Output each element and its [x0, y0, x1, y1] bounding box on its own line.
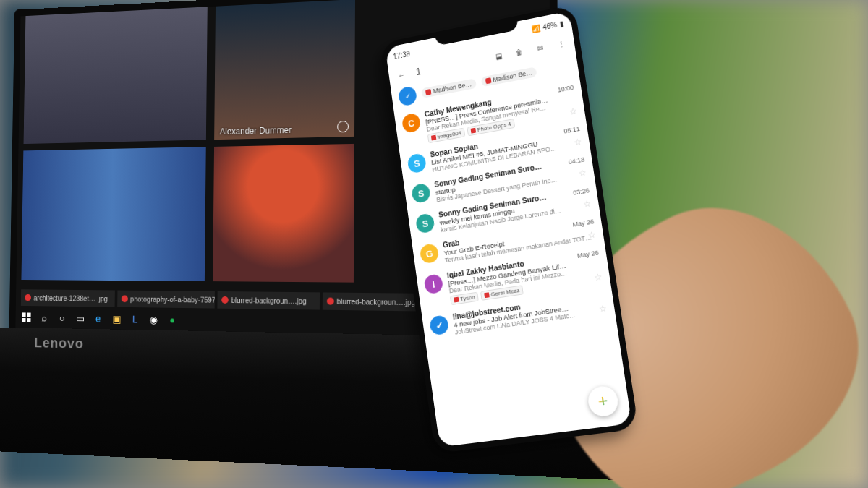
file-tab[interactable]: blurred-backgroun….jpg — [218, 291, 320, 310]
laptop-brand-label: Lenovo — [34, 335, 84, 351]
cortana-icon[interactable]: ○ — [54, 309, 70, 326]
star-icon[interactable]: ☆ — [593, 272, 603, 283]
svg-rect-0 — [22, 312, 25, 317]
taskview-icon[interactable]: ▭ — [72, 310, 89, 327]
signal-icon: 📶 — [531, 24, 540, 33]
chrome-icon[interactable]: ◉ — [145, 311, 162, 328]
file-tab[interactable]: photography-of-a-baby-759736/ — [117, 291, 215, 309]
svg-rect-1 — [27, 313, 30, 317]
selected-check-icon[interactable]: ✓ — [398, 85, 417, 106]
back-icon[interactable]: ← — [395, 68, 407, 81]
svg-rect-3 — [27, 318, 30, 322]
star-icon[interactable]: ☆ — [578, 167, 587, 179]
star-icon[interactable]: ☆ — [598, 303, 608, 314]
favorite-icon — [337, 121, 349, 132]
battery-icon: ▮ — [559, 19, 564, 27]
star-icon[interactable]: ☆ — [573, 137, 582, 148]
star-icon[interactable]: ☆ — [582, 198, 592, 210]
avatar[interactable]: C — [401, 113, 422, 134]
star-icon[interactable]: ☆ — [569, 106, 578, 117]
edge-icon[interactable]: e — [90, 310, 107, 327]
spotify-icon[interactable]: ● — [163, 312, 181, 329]
image-tile-cafe — [21, 147, 205, 281]
star-icon[interactable]: ☆ — [587, 229, 597, 241]
selection-count: 1 — [415, 65, 422, 77]
svg-rect-2 — [22, 318, 25, 322]
status-time: 17:39 — [393, 50, 411, 61]
battery-level: 46% — [542, 20, 558, 31]
explorer-icon[interactable]: ▣ — [108, 310, 125, 328]
attachment-chip[interactable]: Madison Be… — [421, 78, 477, 98]
image-tile-scream — [213, 144, 354, 283]
overflow-icon[interactable]: ⋮ — [555, 37, 568, 51]
avatar[interactable]: G — [420, 243, 440, 264]
avatar[interactable]: ✓ — [429, 314, 449, 335]
image-tile — [24, 7, 208, 144]
file-tab[interactable]: architecture-1238et… .jpg — [21, 289, 115, 307]
avatar[interactable]: S — [415, 213, 435, 234]
app-icon[interactable]: L — [127, 311, 144, 328]
avatar[interactable]: S — [411, 183, 431, 204]
delete-icon[interactable]: 🗑 — [513, 46, 526, 59]
search-icon[interactable]: ⌕ — [35, 309, 52, 326]
attachment-chip[interactable]: Madison Be… — [480, 67, 537, 87]
photo-credit: Alexander Dummer — [220, 125, 292, 137]
start-icon[interactable] — [18, 309, 35, 326]
archive-icon[interactable]: ⬓ — [492, 49, 505, 62]
image-tile-baby: Alexander Dummer — [214, 0, 355, 140]
avatar[interactable]: I — [423, 273, 443, 294]
avatar[interactable]: S — [407, 153, 427, 174]
mail-icon[interactable]: ✉ — [534, 41, 547, 55]
plus-icon: + — [597, 391, 609, 411]
